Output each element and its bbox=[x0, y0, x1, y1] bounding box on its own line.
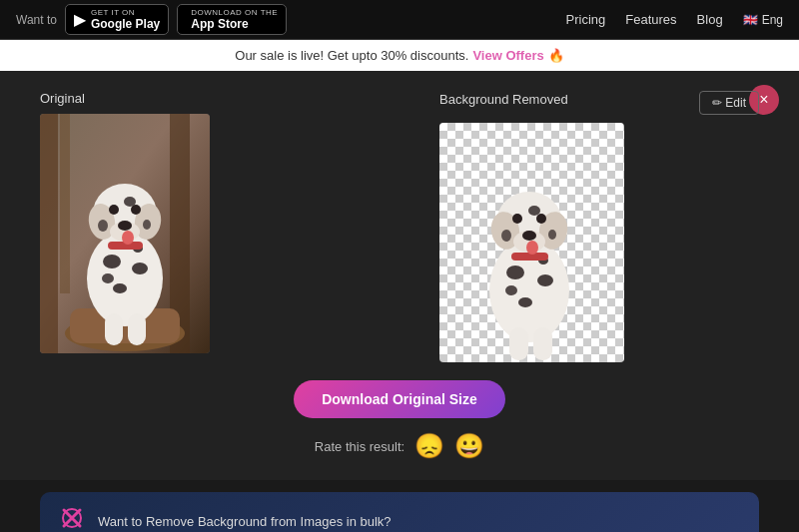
removed-column: Background Removed ✏ Edit bbox=[439, 91, 759, 362]
svg-rect-1 bbox=[40, 114, 58, 353]
sale-text: Our sale is live! Get upto 30% discounts… bbox=[235, 48, 468, 63]
image-area: Original bbox=[40, 91, 759, 362]
svg-point-41 bbox=[528, 206, 540, 216]
removed-header: Background Removed ✏ Edit bbox=[439, 91, 759, 115]
svg-point-33 bbox=[536, 214, 546, 224]
original-label: Original bbox=[40, 91, 360, 106]
download-area: Download Original Size bbox=[40, 380, 759, 418]
nav-features[interactable]: Features bbox=[625, 12, 676, 27]
svg-point-25 bbox=[122, 231, 134, 245]
removed-image bbox=[439, 123, 624, 362]
svg-point-16 bbox=[113, 283, 127, 293]
original-dog-svg bbox=[40, 114, 210, 353]
google-play-badge[interactable]: ▶ GET IT ON Google Play bbox=[65, 4, 169, 35]
svg-rect-42 bbox=[509, 327, 528, 360]
flag-icon: 🇬🇧 bbox=[743, 13, 758, 27]
svg-point-12 bbox=[109, 205, 119, 215]
rating-area: Rate this result: 😞 😀 bbox=[40, 432, 759, 460]
removed-label: Background Removed bbox=[439, 92, 568, 107]
header-left: Want to ▶ GET IT ON Google Play Download… bbox=[16, 4, 287, 35]
svg-point-36 bbox=[518, 297, 532, 307]
svg-rect-22 bbox=[105, 313, 123, 345]
svg-point-35 bbox=[537, 274, 553, 286]
promo-icon bbox=[60, 506, 84, 532]
svg-point-45 bbox=[526, 241, 538, 255]
promo-banner: Want to Remove Background from Images in… bbox=[40, 492, 759, 532]
svg-point-31 bbox=[522, 231, 536, 241]
svg-point-15 bbox=[132, 263, 148, 274]
sad-rating-button[interactable]: 😞 bbox=[414, 432, 444, 460]
nav-links: Pricing Features Blog 🇬🇧 Eng bbox=[566, 12, 783, 27]
lang-button[interactable]: 🇬🇧 Eng bbox=[743, 13, 783, 27]
rating-label: Rate this result: bbox=[315, 439, 404, 454]
original-column: Original bbox=[40, 91, 360, 353]
svg-point-21 bbox=[124, 197, 136, 207]
promo-text: Want to Remove Background from Images in… bbox=[98, 514, 392, 529]
svg-point-32 bbox=[512, 214, 522, 224]
fire-emoji: 🔥 bbox=[548, 48, 564, 63]
svg-point-18 bbox=[102, 273, 114, 283]
header: Want to ▶ GET IT ON Google Play Download… bbox=[0, 0, 799, 40]
nav-pricing[interactable]: Pricing bbox=[566, 12, 606, 27]
main-content: × Original bbox=[0, 71, 799, 480]
svg-point-20 bbox=[143, 220, 151, 230]
svg-rect-43 bbox=[533, 327, 552, 360]
svg-point-34 bbox=[506, 266, 524, 279]
svg-point-38 bbox=[505, 285, 517, 295]
happy-rating-button[interactable]: 😀 bbox=[454, 432, 484, 460]
google-play-icon: ▶ bbox=[74, 10, 86, 29]
svg-point-14 bbox=[103, 255, 121, 268]
edit-button[interactable]: ✏ Edit bbox=[699, 91, 759, 115]
svg-point-19 bbox=[98, 220, 108, 232]
nav-blog[interactable]: Blog bbox=[697, 12, 723, 27]
want-to-text: Want to bbox=[16, 13, 57, 27]
view-offers-link[interactable]: View Offers bbox=[472, 48, 543, 63]
app-store-badge[interactable]: Download on the App Store bbox=[177, 4, 287, 35]
svg-point-40 bbox=[548, 230, 556, 240]
svg-point-11 bbox=[118, 221, 132, 231]
sale-banner: Our sale is live! Get upto 30% discounts… bbox=[0, 40, 799, 71]
download-button[interactable]: Download Original Size bbox=[294, 380, 505, 418]
original-image bbox=[40, 114, 210, 353]
svg-point-39 bbox=[501, 230, 511, 242]
svg-rect-23 bbox=[128, 313, 146, 345]
removed-dog-svg bbox=[439, 123, 624, 362]
svg-rect-3 bbox=[60, 114, 70, 293]
